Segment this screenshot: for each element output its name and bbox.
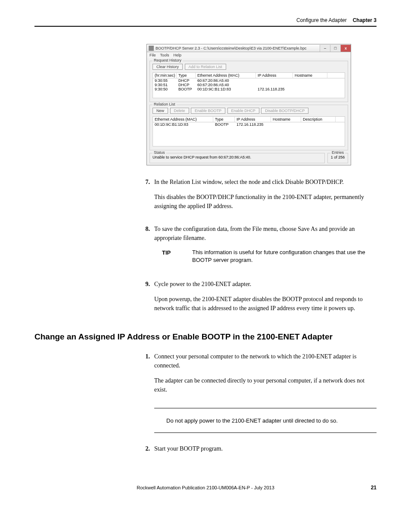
entries-text: 1 of 256: [331, 155, 345, 159]
rl-col-mac: Ethernet Address (MAC): [153, 117, 213, 122]
divider: [154, 432, 377, 433]
step-number: 8.: [142, 224, 150, 272]
step-text: Cycle power to the 2100-ENET adapter.: [154, 280, 377, 289]
divider: [154, 408, 377, 408]
step-text: Upon powerup, the 2100-ENET adapter disa…: [154, 295, 377, 313]
header-chapter: Chapter 3: [353, 17, 377, 23]
maximize-button[interactable]: □: [330, 45, 340, 52]
minimize-button[interactable]: –: [320, 45, 330, 52]
rl-col-type: Type: [213, 117, 235, 122]
rl-col-desc: Description: [301, 117, 336, 122]
close-button[interactable]: x: [340, 45, 351, 52]
step-text: This disables the BOOTP/DHCP functionali…: [154, 193, 377, 211]
add-to-relation-button[interactable]: Add to Relation List: [185, 64, 226, 70]
step-text: Connect your personal computer to the ne…: [154, 352, 377, 370]
footer-publication: Rockwell Automation Publication 2100-UM0…: [137, 485, 274, 490]
footer-page-number: 21: [371, 485, 377, 491]
rh-col-mac: Ethernet Address (MAC): [196, 73, 256, 78]
header-section: Configure the Adapter: [296, 17, 347, 23]
statusbar: Status Unable to service DHCP request fr…: [149, 153, 348, 163]
rh-row[interactable]: 9:30:55 DHCP 60:67:20:86:A5:40: [153, 78, 345, 83]
step-2: 2. Start your BOOTP program.: [142, 444, 377, 459]
step-number: 9.: [142, 280, 150, 319]
app-icon: [149, 46, 154, 51]
step-number: 1.: [142, 352, 150, 400]
rh-columns: (hr:min:sec) Type Ethernet Address (MAC)…: [153, 72, 345, 78]
disable-bootp-dhcp-button[interactable]: Disable BOOTP/DHCP: [261, 108, 308, 114]
request-history-label: Request History: [153, 58, 183, 62]
step-1: 1. Connect your personal computer to the…: [142, 352, 377, 400]
menu-tools[interactable]: Tools: [160, 53, 169, 57]
step-9: 9. Cycle power to the 2100-ENET adapter.…: [142, 280, 377, 319]
enable-bootp-button[interactable]: Enable BOOTP: [191, 108, 225, 114]
relation-list-label: Relation List: [153, 102, 177, 106]
page-footer: Rockwell Automation Publication 2100-UM0…: [34, 485, 377, 490]
rh-body: 9:30:55 DHCP 60:67:20:86:A5:40 9:30:51 D…: [153, 78, 345, 98]
new-button[interactable]: New: [153, 108, 168, 114]
step-text: The adapter can be connected directly to…: [154, 376, 377, 394]
clear-history-button[interactable]: Clear History: [153, 64, 183, 70]
titlebar: BOOTP/DHCP Server 2.3 - C:\Users\ccstein…: [147, 44, 351, 52]
rl-row[interactable]: 00:1D:9C:B1:1D:83 BOOTP 172.16.118.235: [153, 122, 345, 127]
entries-label: Entries: [330, 150, 345, 155]
delete-button[interactable]: Delete: [170, 108, 189, 114]
rl-col-ip: IP Address: [235, 117, 271, 122]
step-text: Start your BOOTP program.: [154, 444, 377, 453]
menu-help[interactable]: Help: [174, 53, 182, 57]
status-label: Status: [153, 150, 166, 155]
window-title: BOOTP/DHCP Server 2.3 - C:\Users\ccstein…: [156, 46, 320, 50]
rh-col-type: Type: [177, 73, 196, 78]
step-8: 8. To save the configuration data, from …: [142, 224, 377, 272]
rl-col-host: Hostname: [271, 117, 301, 122]
tip-text: This information is useful for future co…: [192, 249, 377, 264]
step-7: 7. In the Relation List window, select t…: [142, 177, 377, 217]
warning-block: Do not apply power to the 2100-ENET adap…: [154, 414, 377, 427]
rh-row[interactable]: 9:30:51 DHCP 60:67:20:86:A5:40: [153, 83, 345, 87]
section-heading: Change an Assigned IP Address or Enable …: [34, 332, 377, 342]
request-history-group: Request History Clear History Add to Rel…: [149, 61, 348, 102]
bootp-window: BOOTP/DHCP Server 2.3 - C:\Users\ccstein…: [146, 44, 351, 165]
rh-row[interactable]: 9:30:50 BOOTP 00:1D:9C:B1:1D:83 172.16.1…: [153, 87, 345, 91]
rh-col-time: (hr:min:sec): [153, 73, 177, 78]
page-header: Configure the Adapter Chapter 3: [34, 17, 377, 27]
warning-text: Do not apply power to the 2100-ENET adap…: [166, 417, 338, 424]
tip-block: TIP This information is useful for futur…: [162, 249, 377, 264]
rl-columns: Ethernet Address (MAC) Type IP Address H…: [153, 116, 345, 122]
rh-col-host: Hostname: [293, 73, 327, 78]
relation-list-group: Relation List New Delete Enable BOOTP En…: [149, 105, 348, 150]
menu-file[interactable]: File: [149, 53, 156, 57]
status-text: Unable to service DHCP request from 60:6…: [153, 155, 251, 159]
step-text: In the Relation List window, select the …: [154, 177, 377, 187]
step-text: To save the configuration data, from the…: [154, 224, 377, 243]
rh-col-ip: IP Address: [256, 73, 293, 78]
enable-dhcp-button[interactable]: Enable DHCP: [227, 108, 259, 114]
step-number: 7.: [142, 177, 150, 217]
menubar: File Tools Help: [147, 52, 351, 58]
rl-body: 00:1D:9C:B1:1D:83 BOOTP 172.16.118.235: [153, 122, 345, 146]
tip-label: TIP: [162, 249, 179, 264]
step-number: 2.: [142, 444, 150, 459]
